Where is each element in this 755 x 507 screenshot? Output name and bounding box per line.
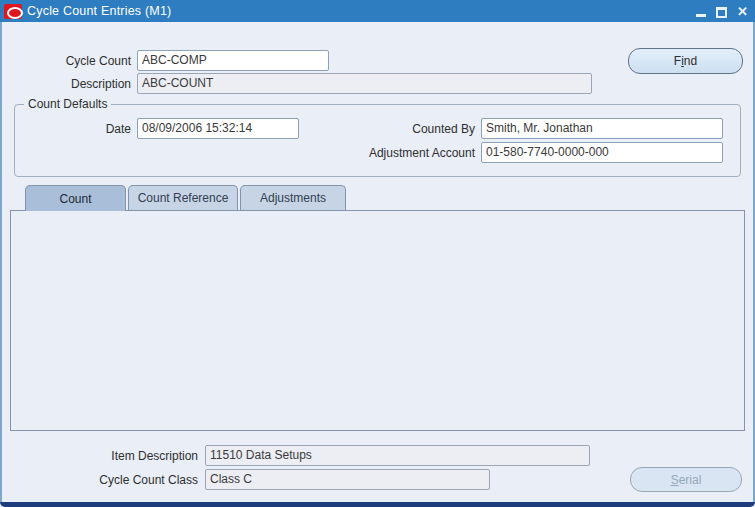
description-field: ABC-COUNT xyxy=(137,73,592,94)
close-icon: ✕ xyxy=(737,4,748,19)
cycle-count-class-label: Cycle Count Class xyxy=(60,473,198,487)
cycle-count-label: Cycle Count xyxy=(20,54,131,68)
count-defaults-legend: Count Defaults xyxy=(24,97,111,111)
count-tab-panel xyxy=(10,210,745,431)
cycle-count-class-field: Class C xyxy=(205,469,490,490)
adjustment-account-label: Adjustment Account xyxy=(340,146,475,160)
minimize-icon xyxy=(696,14,706,17)
cycle-count-field[interactable]: ABC-COMP xyxy=(137,50,329,71)
item-description-field: 11510 Data Setups xyxy=(205,445,590,466)
tab-count-reference[interactable]: Count Reference xyxy=(128,185,238,210)
tab-adjustments[interactable]: Adjustments xyxy=(240,185,346,210)
title-bar[interactable]: Cycle Count Entries (M1) ✕ xyxy=(0,0,755,22)
maximize-button[interactable] xyxy=(713,4,730,19)
maximize-icon xyxy=(716,7,727,18)
window-title: Cycle Count Entries (M1) xyxy=(27,4,171,18)
minimize-button[interactable] xyxy=(692,4,709,19)
adjustment-account-field[interactable]: 01-580-7740-0000-000 xyxy=(481,142,723,163)
serial-button[interactable]: Serial xyxy=(630,467,742,492)
cycle-count-entries-window: Cycle Count Entries (M1) ✕ Cycle Count A… xyxy=(0,0,755,507)
find-button[interactable]: Find xyxy=(628,48,743,74)
counted-by-field[interactable]: Smith, Mr. Jonathan xyxy=(481,118,723,139)
date-label: Date xyxy=(50,122,131,136)
window-border-left xyxy=(0,22,2,503)
window-border-bottom xyxy=(0,502,755,507)
item-description-label: Item Description xyxy=(60,449,198,463)
oracle-logo-icon xyxy=(4,4,22,19)
count-defaults-group: Count Defaults xyxy=(14,104,741,177)
counted-by-label: Counted By xyxy=(355,122,475,136)
tab-count[interactable]: Count xyxy=(25,185,126,211)
date-field[interactable]: 08/09/2006 15:32:14 xyxy=(137,118,299,139)
close-button[interactable]: ✕ xyxy=(734,4,751,19)
description-label: Description xyxy=(20,77,131,91)
